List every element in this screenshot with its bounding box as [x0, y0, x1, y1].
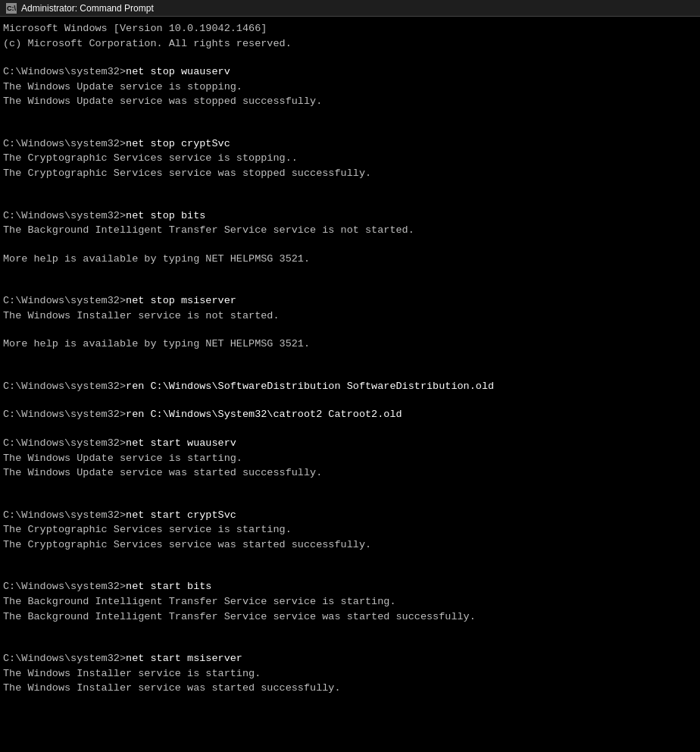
- output-line: The Windows Installer service is not sta…: [3, 309, 697, 324]
- command-line: C:\Windows\system32>net stop cryptSvc: [3, 136, 697, 152]
- blank-line: [3, 323, 697, 337]
- prompt: C:\Windows\system32>: [3, 509, 126, 521]
- title-bar: C:\ Administrator: Command Prompt: [0, 0, 700, 17]
- command-text: net stop bits: [126, 210, 205, 221]
- command-text: net start cryptSvc: [126, 509, 236, 521]
- output-line: The Background Intelligent Transfer Serv…: [3, 609, 697, 625]
- command-text: net start wuauserv: [126, 437, 236, 449]
- output-line: (c) Microsoft Corporation. All rights re…: [3, 36, 697, 52]
- prompt: C:\Windows\system32>: [3, 381, 126, 392]
- output-line: The Cryptographic Services service is st…: [3, 522, 697, 537]
- command-text: net start bits: [126, 581, 211, 592]
- blank-line: [3, 195, 697, 208]
- command-text: ren C:\Windows\System32\catroot2 Catroot…: [126, 409, 402, 420]
- output-line: The Windows Update service was stopped s…: [3, 94, 697, 109]
- output-line: The Background Intelligent Transfer Serv…: [3, 223, 697, 238]
- blank-line: [3, 494, 697, 508]
- output-line: The Windows Installer service was starte…: [3, 681, 697, 696]
- command-line: C:\Windows\system32>net stop msiserver: [3, 293, 697, 309]
- prompt: C:\Windows\system32>: [3, 210, 126, 221]
- blank-line: [3, 238, 697, 252]
- output-line: The Windows Update service is starting.: [3, 451, 697, 466]
- command-text: net stop wuauserv: [126, 66, 230, 77]
- output-line: The Cryptographic Services service is st…: [3, 151, 697, 166]
- blank-line: [3, 51, 697, 64]
- output-line: The Windows Update service is stopping.: [3, 80, 697, 95]
- command-text: net stop cryptSvc: [126, 138, 230, 149]
- blank-line: [3, 624, 697, 638]
- blank-line: [3, 266, 697, 280]
- command-line: C:\Windows\system32>ren C:\Windows\Syste…: [3, 407, 697, 422]
- blank-line: [3, 109, 697, 123]
- blank-line: [3, 552, 697, 566]
- blank-line: [3, 481, 697, 494]
- blank-line: [3, 123, 697, 136]
- output-line: More help is available by typing NET HEL…: [3, 337, 697, 352]
- output-line: The Cryptographic Services service was s…: [3, 166, 697, 181]
- command-line: C:\Windows\system32>net stop bits: [3, 208, 697, 224]
- output-line: Microsoft Windows [Version 10.0.19042.14…: [3, 21, 697, 36]
- command-text: net stop msiserver: [126, 295, 236, 306]
- command-line: C:\Windows\system32>net start wuauserv: [3, 436, 697, 451]
- prompt: C:\Windows\system32>: [3, 66, 126, 77]
- blank-line: [3, 422, 697, 436]
- title-bar-text: Administrator: Command Prompt: [21, 3, 154, 14]
- title-bar-icon: C:\: [6, 3, 17, 14]
- blank-line: [3, 280, 697, 293]
- terminal[interactable]: Microsoft Windows [Version 10.0.19042.14…: [0, 17, 700, 752]
- blank-line: [3, 365, 697, 379]
- command-line: C:\Windows\system32>net start msiserver: [3, 651, 697, 666]
- prompt: C:\Windows\system32>: [3, 653, 126, 664]
- prompt: C:\Windows\system32>: [3, 437, 126, 449]
- prompt: C:\Windows\system32>: [3, 581, 126, 592]
- command-text: net start msiserver: [126, 653, 242, 664]
- command-line: C:\Windows\system32>net start bits: [3, 579, 697, 594]
- blank-line: [3, 638, 697, 651]
- output-line: The Background Intelligent Transfer Serv…: [3, 594, 697, 609]
- output-line: The Windows Installer service is startin…: [3, 666, 697, 682]
- prompt: C:\Windows\system32>: [3, 295, 126, 306]
- command-line: C:\Windows\system32>net stop wuauserv: [3, 64, 697, 80]
- output-line: The Windows Update service was started s…: [3, 465, 697, 481]
- blank-line: [3, 181, 697, 195]
- prompt: C:\Windows\system32>: [3, 409, 126, 420]
- command-text: ren C:\Windows\SoftwareDistribution Soft…: [126, 381, 494, 392]
- prompt: C:\Windows\system32>: [3, 138, 126, 149]
- command-line: C:\Windows\system32>net start cryptSvc: [3, 508, 697, 523]
- blank-line: [3, 393, 697, 407]
- blank-line: [3, 352, 697, 365]
- output-line: The Cryptographic Services service was s…: [3, 537, 697, 553]
- command-line: C:\Windows\system32>ren C:\Windows\Softw…: [3, 379, 697, 394]
- blank-line: [3, 566, 697, 579]
- output-line: More help is available by typing NET HEL…: [3, 252, 697, 267]
